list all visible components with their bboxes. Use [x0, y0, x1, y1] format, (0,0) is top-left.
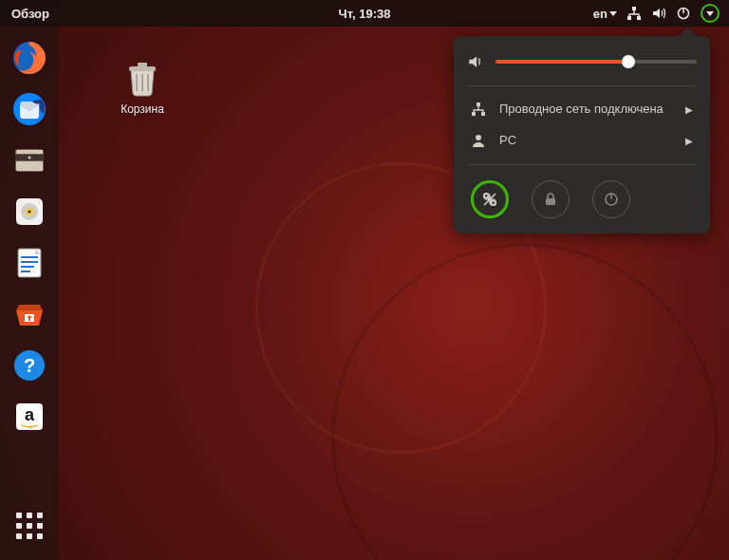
svg-point-31: [476, 135, 481, 140]
tray-area: en: [593, 4, 729, 23]
system-menu: Проводное сеть подключена ▶ PC ▶: [454, 36, 710, 233]
power-icon[interactable]: [676, 6, 691, 21]
settings-icon: [481, 191, 498, 208]
power-icon: [603, 191, 620, 208]
settings-button[interactable]: [471, 180, 509, 218]
svg-rect-17: [21, 256, 38, 258]
svg-rect-0: [632, 7, 636, 10]
dock-item-rhythmbox[interactable]: [7, 189, 52, 234]
svg-rect-27: [138, 63, 147, 67]
language-label: en: [593, 7, 608, 21]
chevron-down-icon: [706, 11, 714, 16]
network-wired-icon[interactable]: [626, 6, 642, 21]
svg-rect-2: [637, 16, 641, 20]
clock[interactable]: Чт, 19:38: [339, 7, 391, 21]
svg-rect-10: [16, 161, 43, 171]
desktop-icon-trash[interactable]: Корзина: [104, 57, 180, 116]
dock-item-libreoffice-writer[interactable]: [7, 240, 52, 286]
svg-rect-9: [16, 150, 43, 154]
network-wired-icon: [471, 102, 486, 117]
svg-point-15: [28, 211, 31, 214]
svg-rect-28: [477, 103, 480, 106]
svg-point-11: [28, 157, 31, 159]
keyboard-layout-indicator[interactable]: en: [593, 7, 617, 21]
separator: [467, 85, 697, 86]
svg-rect-36: [610, 193, 612, 198]
lock-button[interactable]: [532, 180, 570, 218]
menu-item-label: PC: [499, 133, 672, 149]
separator: [467, 164, 697, 165]
menu-item-user[interactable]: PC ▶: [467, 125, 697, 157]
svg-text:a: a: [25, 405, 35, 424]
svg-rect-34: [546, 198, 555, 205]
chevron-down-icon: [609, 11, 617, 16]
dock-item-ubuntu-software[interactable]: [7, 291, 52, 337]
chevron-right-icon: ▶: [685, 136, 693, 146]
trash-icon: [122, 57, 163, 99]
dock-item-amazon[interactable]: a: [7, 394, 52, 439]
svg-rect-18: [21, 261, 38, 263]
volume-slider[interactable]: [495, 60, 697, 64]
volume-icon[interactable]: [651, 6, 666, 21]
svg-rect-20: [21, 271, 30, 272]
action-buttons-row: [467, 173, 697, 218]
svg-rect-1: [627, 16, 631, 20]
activities-button[interactable]: Обзор: [0, 7, 61, 21]
dock-item-firefox[interactable]: [7, 35, 52, 81]
svg-rect-19: [21, 266, 34, 268]
top-bar: Обзор Чт, 19:38 en: [0, 0, 729, 27]
svg-rect-29: [472, 112, 476, 116]
volume-row: [467, 53, 697, 70]
lock-icon: [542, 191, 559, 208]
dock-item-help[interactable]: ?: [7, 343, 52, 388]
volume-slider-thumb[interactable]: [622, 55, 635, 68]
menu-item-network[interactable]: Проводное сеть подключена ▶: [467, 94, 697, 125]
user-icon: [471, 133, 486, 148]
power-button[interactable]: [592, 180, 630, 218]
svg-rect-30: [481, 112, 485, 116]
show-applications-button[interactable]: [7, 503, 52, 549]
volume-slider-fill: [495, 60, 628, 64]
dock-item-thunderbird[interactable]: [7, 86, 52, 132]
volume-icon: [467, 53, 484, 70]
chevron-right-icon: ▶: [685, 104, 693, 115]
menu-item-label: Проводное сеть подключена: [499, 102, 672, 118]
desktop-icon-label: Корзина: [121, 103, 164, 116]
dock: ? a: [0, 27, 59, 560]
svg-text:?: ?: [24, 355, 35, 376]
svg-rect-4: [682, 8, 684, 13]
dock-item-files[interactable]: [7, 138, 52, 183]
system-menu-toggle[interactable]: [701, 4, 720, 23]
